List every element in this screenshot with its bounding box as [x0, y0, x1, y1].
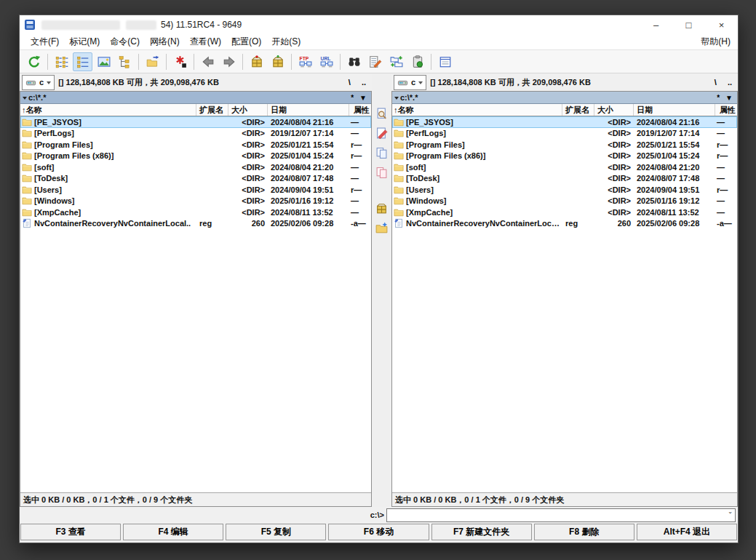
menu-item[interactable]: 开始(S): [266, 36, 306, 48]
sync-dirs-button[interactable]: [386, 52, 406, 71]
column-header-attr[interactable]: 属性: [349, 104, 371, 116]
full-view-button[interactable]: [73, 52, 92, 71]
file-row[interactable]: [PerfLogs]<DIR>2019/12/07 17:14—: [20, 128, 371, 140]
favorites-button[interactable]: *: [349, 94, 356, 102]
tree-view-button[interactable]: [115, 52, 135, 71]
search-button[interactable]: [344, 52, 364, 71]
drive-selector[interactable]: c: [394, 75, 426, 90]
file-row[interactable]: [XmpCache]<DIR>2024/08/11 13:52—: [20, 207, 371, 218]
column-header-size[interactable]: 大小: [228, 104, 268, 116]
file-row[interactable]: [Program Files (x86)]<DIR>2025/01/04 15:…: [392, 151, 737, 162]
dir-history-button[interactable]: [143, 52, 162, 71]
file-row[interactable]: [PE_JSYOS]<DIR>2024/08/04 21:16—: [20, 116, 371, 128]
view-file-button[interactable]: [373, 105, 390, 122]
back-button[interactable]: [198, 52, 218, 71]
folder-icon: [22, 151, 32, 161]
file-row[interactable]: [ToDesk]<DIR>2024/08/07 17:48—: [392, 173, 737, 185]
copy-file-button[interactable]: [373, 145, 390, 161]
unpack-icon: [271, 55, 285, 68]
toolbar-separator: [138, 54, 139, 70]
file-row[interactable]: [ToDesk]<DIR>2024/08/07 17:48—: [20, 173, 371, 185]
file-row[interactable]: [XmpCache]<DIR>2024/08/11 13:52—: [392, 207, 737, 218]
folder-icon: [394, 185, 404, 195]
refresh-button[interactable]: [24, 52, 44, 71]
root-dir-button[interactable]: \: [711, 78, 720, 87]
column-header-size[interactable]: 大小: [594, 104, 634, 116]
file-row[interactable]: [PE_JSYOS]<DIR>2024/08/04 21:16—: [392, 116, 737, 128]
root-dir-button[interactable]: \: [345, 78, 354, 87]
left-path-bar[interactable]: c:\*.* * ▼: [20, 92, 371, 104]
file-attr: —: [349, 129, 371, 137]
multi-rename-button[interactable]: [365, 52, 385, 71]
close-button[interactable]: ×: [705, 15, 738, 34]
move-file-button[interactable]: [373, 164, 390, 181]
file-attr: —: [349, 174, 371, 183]
parent-dir-button[interactable]: ..: [358, 78, 370, 87]
column-header-attr[interactable]: 属性: [715, 104, 737, 116]
function-key-button[interactable]: Alt+F4 退出: [637, 524, 737, 540]
edit-file-button[interactable]: [373, 125, 390, 142]
file-row[interactable]: [Users]<DIR>2024/09/04 19:51r—: [392, 184, 737, 196]
favorites-button[interactable]: *: [715, 94, 722, 102]
file-row[interactable]: [Windows]<DIR>2025/01/16 19:12—: [392, 196, 737, 207]
ftp-connect-button[interactable]: FTP: [295, 52, 315, 71]
file-row[interactable]: NvContainerRecoveryNvContainerLocal..reg…: [392, 218, 737, 230]
drive-selector[interactable]: c: [22, 75, 55, 90]
forward-button[interactable]: [219, 52, 239, 71]
menu-item[interactable]: 查看(W): [185, 36, 226, 48]
file-row[interactable]: [soft]<DIR>2024/08/04 21:20—: [392, 161, 737, 173]
right-path-bar[interactable]: c:\*.* * ▼: [392, 92, 737, 104]
function-key-button[interactable]: F7 新建文件夹: [431, 524, 532, 540]
parent-dir-button[interactable]: ..: [724, 78, 736, 87]
column-header-date[interactable]: 日期: [268, 104, 349, 116]
file-row[interactable]: [soft]<DIR>2024/08/04 21:20—: [20, 161, 371, 173]
file-name: NvContainerRecoveryNvContainerLocal..: [406, 219, 562, 228]
thumbnails-view-button[interactable]: [94, 52, 114, 71]
pack-files-button[interactable]: [373, 200, 390, 217]
column-header-date[interactable]: 日期: [634, 104, 715, 116]
file-row[interactable]: NvContainerRecoveryNvContainerLocal..reg…: [20, 218, 371, 230]
function-key-button[interactable]: F4 编辑: [123, 524, 223, 540]
brief-view-button[interactable]: [52, 52, 71, 71]
compare-button[interactable]: [407, 52, 427, 71]
right-column-headers: ↑ 名称 扩展名 大小 日期 属性: [392, 104, 737, 116]
function-key-button[interactable]: F5 复制: [226, 524, 326, 540]
column-header-name[interactable]: ↑ 名称: [392, 104, 562, 116]
file-row[interactable]: [Program Files]<DIR>2025/01/21 15:54r—: [20, 139, 371, 151]
redacted-title-segment: [41, 20, 120, 30]
column-header-name[interactable]: ↑ 名称: [20, 104, 196, 116]
maximize-button[interactable]: □: [672, 15, 705, 34]
function-key-button[interactable]: F8 删除: [534, 524, 634, 540]
chevron-down-icon[interactable]: ˇ: [725, 511, 735, 519]
file-name: [soft]: [34, 163, 196, 172]
menu-item-help[interactable]: 帮助(H): [699, 36, 732, 48]
history-button[interactable]: ▼: [723, 94, 735, 102]
menu-item[interactable]: 配置(O): [226, 36, 266, 48]
file-name: [Program Files (x86)]: [34, 151, 196, 160]
function-key-button[interactable]: F6 移动: [328, 524, 429, 540]
file-size: <DIR>: [228, 140, 268, 149]
menu-item[interactable]: 文件(F): [25, 36, 64, 48]
history-button[interactable]: ▼: [357, 94, 369, 102]
ftp-url-button[interactable]: URL: [317, 52, 336, 71]
file-row[interactable]: [Users]<DIR>2024/09/04 19:51r—: [20, 184, 371, 196]
minimize-button[interactable]: –: [640, 15, 672, 34]
pack-button[interactable]: [247, 52, 266, 71]
unpack-button[interactable]: [268, 52, 287, 71]
file-row[interactable]: [Program Files]<DIR>2025/01/21 15:54r—: [392, 139, 737, 151]
run-tool-button[interactable]: [170, 52, 190, 71]
column-header-ext[interactable]: 扩展名: [562, 104, 594, 116]
file-row[interactable]: [PerfLogs]<DIR>2019/12/07 17:14—: [392, 128, 737, 140]
menu-item[interactable]: 命令(C): [105, 36, 145, 48]
copy-file-icon: [375, 147, 388, 159]
file-row[interactable]: [Program Files (x86)]<DIR>2025/01/04 15:…: [20, 151, 371, 162]
new-folder-button[interactable]: [373, 220, 390, 236]
file-date: 2025/02/06 09:28: [268, 219, 349, 228]
file-row[interactable]: [Windows]<DIR>2025/01/16 19:12—: [20, 196, 371, 207]
command-line-input[interactable]: [387, 509, 725, 521]
function-key-button[interactable]: F3 查看: [20, 524, 121, 540]
menu-item[interactable]: 网络(N): [145, 36, 185, 48]
menu-item[interactable]: 标记(M): [64, 36, 105, 48]
column-header-ext[interactable]: 扩展名: [196, 104, 228, 116]
notepad-button[interactable]: [435, 52, 455, 71]
